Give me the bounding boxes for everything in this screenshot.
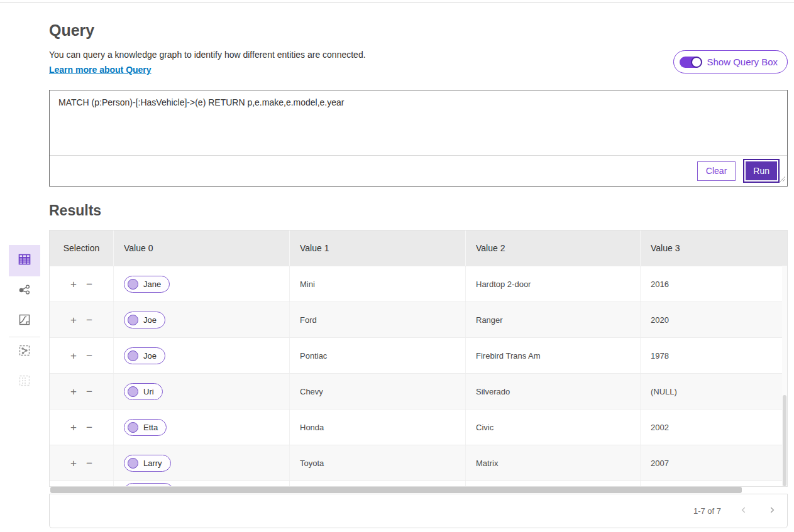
entity-name: Joe	[143, 315, 157, 325]
query-editor-footer: Clear Run	[50, 156, 787, 186]
value2-cell	[465, 481, 640, 487]
remove-selection-button[interactable]: −	[86, 279, 92, 290]
rail-item-graph-view[interactable]	[9, 285, 40, 298]
entity-name: Etta	[143, 423, 158, 432]
value3-cell: 2002	[640, 410, 787, 445]
vertical-scrollbar-thumb[interactable]	[783, 395, 786, 486]
learn-more-link[interactable]: Learn more about Query	[49, 65, 152, 75]
remove-selection-button[interactable]: −	[86, 315, 92, 325]
run-button[interactable]: Run	[746, 161, 777, 180]
entity-node-icon	[128, 315, 138, 325]
remove-selection-button[interactable]: −	[86, 422, 92, 433]
column-header-value3: Value 3	[640, 231, 787, 266]
table-view-icon	[17, 252, 32, 269]
rail-item-table-view[interactable]	[9, 245, 40, 276]
entity-pill[interactable]: Jane	[124, 276, 170, 293]
value3-cell: (NULL)	[640, 374, 787, 409]
clear-button[interactable]: Clear	[697, 161, 736, 181]
entity-pill[interactable]: Larry	[124, 455, 171, 472]
next-page-button[interactable]	[766, 506, 778, 517]
value1-cell: Honda	[289, 410, 465, 445]
entity-name: Jane	[143, 280, 161, 289]
run-button-focus-ring[interactable]: Run	[743, 159, 780, 183]
entity-node-icon	[128, 350, 138, 361]
remove-selection-button[interactable]: −	[86, 458, 92, 469]
query-input[interactable]: MATCH (p:Person)-[:HasVehicle]->(e) RETU…	[50, 90, 787, 156]
remove-selection-button[interactable]: −	[86, 350, 92, 361]
remove-selection-button[interactable]: −	[86, 386, 92, 397]
rail-item-matrix-view	[9, 375, 40, 389]
results-title: Results	[49, 202, 101, 219]
selection-cell: + −	[50, 266, 113, 301]
value0-cell: Larry	[113, 445, 289, 480]
value2-cell: Civic	[465, 410, 640, 445]
resize-grip-icon[interactable]	[780, 173, 786, 185]
toggle-label: Show Query Box	[707, 57, 778, 67]
selection-cell: + −	[50, 338, 113, 373]
column-header-value1: Value 1	[289, 231, 465, 266]
entity-pill[interactable]: Joe	[124, 347, 165, 364]
vertical-scrollbar[interactable]	[782, 266, 787, 486]
entity-node-icon	[128, 422, 138, 433]
value0-cell: Joe	[113, 338, 289, 373]
rail-divider	[9, 337, 40, 337]
toggle-switch-icon[interactable]	[680, 57, 702, 68]
entity-node-icon	[128, 458, 138, 469]
entity-node-icon	[128, 386, 138, 397]
entity-pill[interactable]: Joe	[124, 312, 165, 328]
selection-cell: + −	[50, 410, 113, 445]
value0-cell: Jane	[113, 266, 289, 301]
value2-cell: Ranger	[465, 302, 640, 337]
view-switcher-rail	[9, 245, 40, 389]
entity-name: Joe	[143, 351, 157, 361]
column-header-selection: Selection	[50, 231, 113, 266]
value0-cell: Etta	[113, 410, 289, 445]
add-selection-button[interactable]: +	[70, 458, 77, 469]
value3-cell: 2016	[640, 266, 787, 301]
page-title: Query	[49, 21, 94, 40]
entity-pill[interactable]: Etta	[124, 419, 167, 436]
table-row: + − Larry Toyota Matrix 2007	[50, 445, 787, 480]
rail-item-map-view[interactable]	[9, 314, 40, 328]
rail-item-link-chart-view[interactable]	[9, 345, 40, 359]
value3-cell: 2020	[640, 302, 787, 337]
table-row: + − Uri Chevy Silverado (NULL)	[50, 373, 787, 409]
pagination-bar: 1-7 of 7	[49, 494, 788, 528]
pagination-range: 1-7 of 7	[693, 506, 721, 516]
selection-cell: + −	[50, 445, 113, 480]
chevron-right-icon	[768, 506, 776, 517]
add-selection-button[interactable]: +	[70, 350, 77, 361]
selection-cell	[50, 481, 113, 487]
add-selection-button[interactable]: +	[70, 315, 77, 325]
show-query-box-toggle[interactable]: Show Query Box	[673, 50, 788, 73]
link-chart-view-icon	[18, 344, 31, 360]
value3-cell	[640, 481, 787, 487]
table-row: + − Etta Honda Civic 2002	[50, 409, 787, 445]
value0-cell	[113, 481, 289, 487]
value2-cell: Silverado	[465, 374, 640, 409]
matrix-view-icon	[18, 374, 31, 390]
table-row: + − Jane Mini Hardtop 2-door 2016	[50, 266, 787, 301]
value3-cell: 2007	[640, 445, 787, 480]
results-table: Selection Value 0 Value 1 Value 2 Value …	[49, 230, 788, 487]
value2-cell: Hardtop 2-door	[465, 266, 640, 301]
entity-name: Uri	[143, 387, 154, 396]
value1-cell: Mini	[289, 266, 465, 301]
query-editor-panel: MATCH (p:Person)-[:HasVehicle]->(e) RETU…	[49, 90, 788, 187]
add-selection-button[interactable]: +	[70, 279, 77, 290]
table-row-partial	[50, 480, 787, 487]
entity-name: Larry	[143, 459, 162, 468]
value0-cell: Joe	[113, 302, 289, 337]
horizontal-scrollbar[interactable]	[49, 487, 788, 494]
add-selection-button[interactable]: +	[70, 422, 77, 433]
page-description: You can query a knowledge graph to ident…	[49, 50, 366, 60]
query-page: Query You can query a knowledge graph to…	[49, 0, 788, 532]
previous-page-button[interactable]	[738, 506, 749, 517]
add-selection-button[interactable]: +	[70, 386, 77, 397]
selection-cell: + −	[50, 374, 113, 409]
horizontal-scrollbar-thumb[interactable]	[50, 487, 742, 493]
value2-cell: Firebird Trans Am	[465, 338, 640, 373]
value2-cell: Matrix	[465, 445, 640, 480]
entity-pill[interactable]: Uri	[124, 383, 163, 400]
value1-cell: Pontiac	[289, 338, 465, 373]
